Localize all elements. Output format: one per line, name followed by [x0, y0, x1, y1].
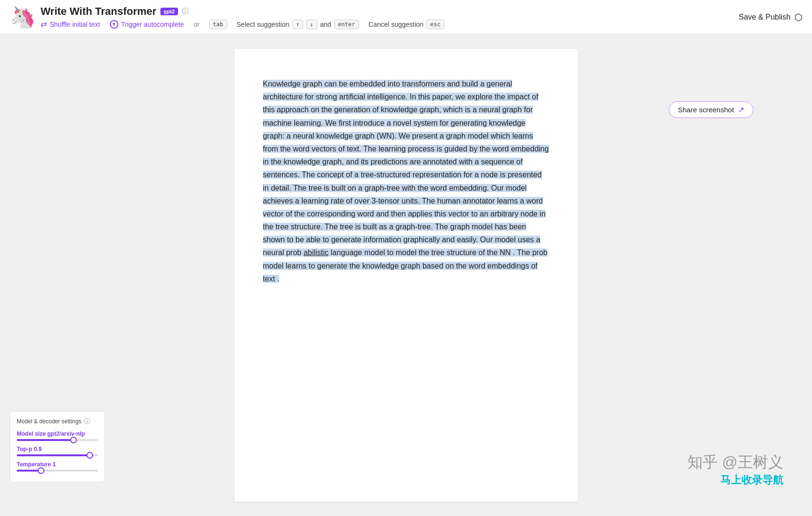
topp-fill [17, 454, 90, 456]
editor-card[interactable]: Knowledge graph can be embedded into tra… [234, 49, 578, 502]
underline-word: abilistic [304, 248, 328, 257]
app-title-row: Write With Transformer gpt2 ⓘ [41, 5, 444, 18]
and-text: and [320, 21, 331, 28]
tab-key-badge: tab [209, 20, 227, 29]
model-size-fill [17, 439, 74, 441]
save-publish-button[interactable]: Save & Publish ⬡ [738, 11, 802, 23]
temperature-row: Temperature 1 [17, 461, 98, 472]
logo-area: 🦄 Write With Transformer gpt2 ⓘ ⇄ Shuffl… [10, 5, 444, 29]
share-screenshot-button[interactable]: Share screenshot ↗ [669, 101, 753, 118]
topp-slider[interactable] [17, 454, 98, 456]
shuffle-action[interactable]: ⇄ Shuffle initial text [41, 20, 100, 29]
model-settings-info-icon: ⓘ [84, 417, 90, 426]
title-block: Write With Transformer gpt2 ⓘ ⇄ Shuffle … [41, 5, 444, 29]
topp-thumb [86, 452, 93, 459]
info-icon[interactable]: ⓘ [182, 7, 189, 16]
temperature-label: Temperature 1 [17, 461, 98, 468]
down-key-badge: ↓ [306, 20, 317, 29]
select-suggestion: Select suggestion ↑ ↓ and enter [237, 20, 359, 29]
model-settings-panel: Model & decoder settings ⓘ Model size gp… [10, 411, 105, 483]
up-key-badge: ↑ [292, 20, 303, 29]
external-link-icon: ↗ [738, 105, 744, 114]
esc-key-badge: esc [426, 20, 444, 29]
share-screenshot-label: Share screenshot [678, 106, 734, 114]
model-badge: gpt2 [160, 8, 178, 15]
shuffle-icon: ⇄ [41, 20, 47, 29]
model-settings-title: Model & decoder settings ⓘ [17, 417, 98, 426]
topp-row: Top-p 0.9 [17, 446, 98, 456]
left-panel: Model & decoder settings ⓘ Model size gp… [0, 49, 153, 502]
model-size-slider[interactable] [17, 439, 98, 441]
app-logo: 🦄 [10, 7, 36, 28]
temperature-slider[interactable] [17, 470, 98, 472]
or-separator: or [193, 21, 199, 28]
select-label: Select suggestion [237, 21, 290, 28]
header-right: Save & Publish ⬡ [738, 11, 802, 23]
model-size-thumb [70, 437, 77, 443]
trigger-action[interactable]: ▼ Trigger autocomplete [110, 20, 184, 29]
trigger-icon: ▼ [110, 20, 118, 29]
share-icon: ⬡ [794, 11, 802, 23]
right-panel: Share screenshot ↗ [659, 49, 812, 502]
cancel-label: Cancel suggestion [369, 21, 423, 28]
cancel-suggestion: Cancel suggestion esc [369, 20, 444, 29]
temperature-thumb [38, 467, 44, 474]
model-size-label: Model size gpt2/arxiv-nlp [17, 430, 98, 437]
model-settings-label: Model & decoder settings [17, 418, 81, 425]
shuffle-label: Shuffle initial text [50, 21, 100, 28]
app-header: 🦄 Write With Transformer gpt2 ⓘ ⇄ Shuffl… [0, 0, 812, 34]
trigger-label: Trigger autocomplete [121, 21, 184, 28]
main-content: Model & decoder settings ⓘ Model size gp… [0, 34, 812, 516]
editor-area: Knowledge graph can be embedded into tra… [153, 49, 659, 502]
topp-label: Top-p 0.9 [17, 446, 98, 452]
editor-content[interactable]: Knowledge graph can be embedded into tra… [263, 77, 549, 285]
toolbar: ⇄ Shuffle initial text ▼ Trigger autocom… [41, 20, 444, 29]
model-size-row: Model size gpt2/arxiv-nlp [17, 430, 98, 441]
highlighted-text: Knowledge graph can be embedded into tra… [263, 80, 549, 283]
enter-key-badge: enter [334, 20, 359, 29]
app-title: Write With Transformer [41, 5, 157, 18]
save-publish-label: Save & Publish [738, 13, 791, 22]
